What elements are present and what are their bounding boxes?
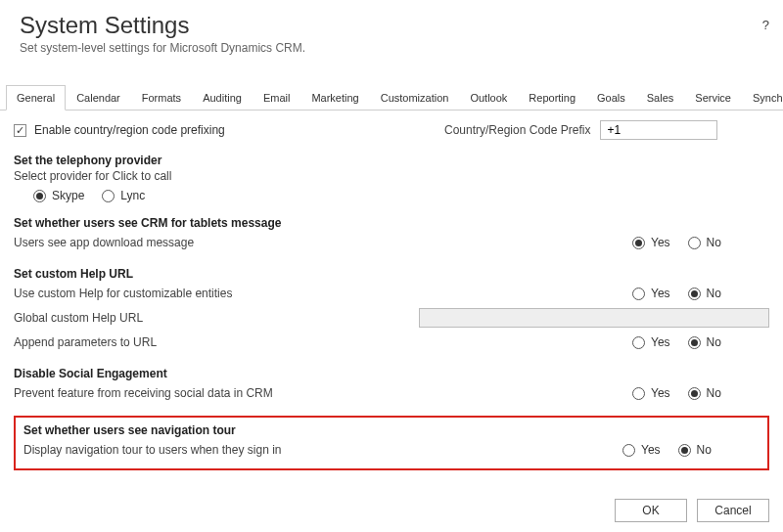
no-label: No [707,335,721,349]
help-append-label: Append parameters to URL [14,335,386,349]
navtour-row-label: Display navigation tour to users when th… [23,443,384,457]
telephony-sub: Select provider for Click to call [14,169,769,183]
yes-label: Yes [651,287,670,300]
tab-service[interactable]: Service [684,85,742,111]
tablets-title: Set whether users see CRM for tablets me… [14,216,769,230]
general-tab-content: Enable country/region code prefixing Cou… [0,111,783,480]
telephony-title: Set the telephony provider [14,154,769,167]
telephony-label-skype: Skype [52,189,84,202]
help-append-radio-yes[interactable] [632,336,645,349]
tab-sales[interactable]: Sales [636,85,685,111]
tab-synchronization[interactable]: Synchronization [742,85,783,111]
cancel-button[interactable]: Cancel [697,499,769,522]
help-title: Set custom Help URL [14,267,769,281]
social-title: Disable Social Engagement [14,367,769,380]
social-radio-no[interactable] [688,387,701,400]
enable-prefix-label: Enable country/region code prefixing [34,123,225,137]
yes-label: Yes [651,386,670,400]
social-row-label: Prevent feature from receiving social da… [14,386,386,400]
tab-outlook[interactable]: Outlook [459,85,518,111]
help-custom-radio-yes[interactable] [632,288,645,300]
tab-email[interactable]: Email [253,85,301,111]
help-icon[interactable]: ? [762,18,769,32]
yes-label: Yes [651,335,670,349]
ok-button[interactable]: OK [615,499,687,522]
navtour-radio-yes[interactable] [622,444,635,457]
no-label: No [707,287,721,300]
help-url-label: Global custom Help URL [14,311,386,325]
tab-goals[interactable]: Goals [586,85,636,111]
prefix-label: Country/Region Code Prefix [444,123,590,137]
tab-customization[interactable]: Customization [370,85,460,111]
tab-formats[interactable]: Formats [131,85,192,111]
no-label: No [707,386,721,400]
help-append-radio-no[interactable] [688,336,701,349]
no-label: No [697,443,712,457]
page-title: System Settings [20,12,763,39]
page-subtitle: Set system-level settings for Microsoft … [20,41,763,55]
navtour-highlight: Set whether users see navigation tour Di… [14,416,769,470]
tab-calendar[interactable]: Calendar [66,85,131,111]
help-custom-radio-no[interactable] [688,288,701,300]
navtour-title: Set whether users see navigation tour [23,423,760,437]
tablets-row-label: Users see app download message [14,236,386,249]
telephony-radio-lync[interactable] [102,190,115,202]
yes-label: Yes [641,443,661,457]
social-radio-yes[interactable] [632,387,645,400]
tab-general[interactable]: General [6,85,66,111]
yes-label: Yes [651,236,670,249]
tab-reporting[interactable]: Reporting [518,85,586,111]
prefix-input[interactable] [600,120,717,140]
no-label: No [707,236,721,249]
tab-marketing[interactable]: Marketing [300,85,369,111]
help-url-input[interactable] [419,308,769,328]
tablets-radio-no[interactable] [688,237,701,249]
tablets-radio-yes[interactable] [632,237,645,249]
tab-auditing[interactable]: Auditing [192,85,253,111]
enable-prefix-checkbox[interactable] [14,124,26,137]
tab-strip: GeneralCalendarFormatsAuditingEmailMarke… [0,84,783,111]
telephony-label-lync: Lync [120,189,145,202]
help-custom-label: Use custom Help for customizable entitie… [14,287,386,300]
telephony-radio-skype[interactable] [33,190,46,202]
navtour-radio-no[interactable] [678,444,691,457]
